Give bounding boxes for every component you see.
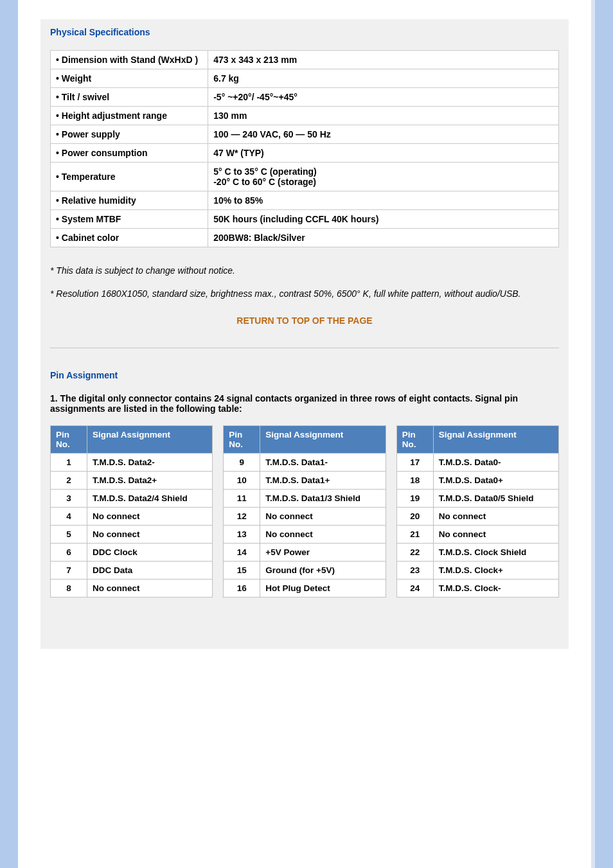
pin-no: 2 <box>51 472 87 490</box>
pin-signal: T.M.D.S. Data2- <box>87 454 213 472</box>
pin-intro-text: 1. The digital only connector contains 2… <box>50 393 559 414</box>
divider <box>50 348 559 348</box>
table-row: 10T.M.D.S. Data1+ <box>224 472 386 490</box>
table-row: 12No connect <box>224 508 386 526</box>
table-row: 7DDC Data <box>51 562 213 580</box>
table-row: • System MTBF50K hours (including CCFL 4… <box>51 210 559 229</box>
heading-physical-specifications: Physical Specifications <box>50 27 559 37</box>
pin-signal: DDC Data <box>87 562 213 580</box>
pin-no: 12 <box>224 508 260 526</box>
footnote-2: * Resolution 1680X1050, standard size, b… <box>50 288 559 299</box>
pin-signal: DDC Clock <box>87 544 213 562</box>
content-area: Physical Specifications • Dimension with… <box>40 19 569 649</box>
table-row: • Power consumption47 W* (TYP) <box>51 144 559 163</box>
pin-header-no: Pin No. <box>224 426 260 454</box>
pin-no: 18 <box>396 472 433 490</box>
table-row: 22T.M.D.S. Clock Shield <box>396 544 558 562</box>
return-to-top-link[interactable]: RETURN TO TOP OF THE PAGE <box>236 315 372 326</box>
pin-table-col1: Pin No. Signal Assignment 1T.M.D.S. Data… <box>50 425 213 598</box>
pin-signal: T.M.D.S. Data2/4 Shield <box>87 490 213 508</box>
pin-header-signal: Signal Assignment <box>87 426 213 454</box>
spec-label: • Weight <box>51 69 208 88</box>
pin-signal: No connect <box>433 526 558 544</box>
table-row: • Dimension with Stand (WxHxD )473 x 343… <box>51 51 559 69</box>
pin-no: 19 <box>396 490 433 508</box>
spec-value: 200BW8: Black/Silver <box>208 229 559 247</box>
pin-signal: T.M.D.S. Clock+ <box>433 562 558 580</box>
pin-no: 21 <box>396 526 433 544</box>
pin-header-no: Pin No. <box>396 426 433 454</box>
table-row: 19T.M.D.S. Data0/5 Shield <box>396 490 558 508</box>
table-row: 24T.M.D.S. Clock- <box>396 580 558 598</box>
spec-value: 130 mm <box>208 107 559 125</box>
spec-value: 473 x 343 x 213 mm <box>208 51 559 69</box>
spec-value: 6.7 kg <box>208 69 559 88</box>
spec-label: • Relative humidity <box>51 191 208 210</box>
spec-label: • Power supply <box>51 125 208 144</box>
pin-no: 14 <box>224 544 260 562</box>
spec-value: 10% to 85% <box>208 191 559 210</box>
pin-no: 10 <box>224 472 260 490</box>
table-row: 1T.M.D.S. Data2- <box>51 454 213 472</box>
table-row: 23T.M.D.S. Clock+ <box>396 562 558 580</box>
table-row: 5No connect <box>51 526 213 544</box>
pin-table-col2: Pin No. Signal Assignment 9T.M.D.S. Data… <box>223 425 386 598</box>
pin-tables-wrap: Pin No. Signal Assignment 1T.M.D.S. Data… <box>50 425 559 598</box>
table-row: • Power supply100 — 240 VAC, 60 — 50 Hz <box>51 125 559 144</box>
pin-signal: T.M.D.S. Data1+ <box>260 472 386 490</box>
table-row: • Relative humidity10% to 85% <box>51 191 559 210</box>
pin-no: 24 <box>396 580 433 598</box>
pin-signal: T.M.D.S. Clock Shield <box>433 544 558 562</box>
pin-no: 9 <box>224 454 260 472</box>
pin-signal: Ground (for +5V) <box>260 562 386 580</box>
table-row: 8No connect <box>51 580 213 598</box>
table-row: 15Ground (for +5V) <box>224 562 386 580</box>
pin-no: 6 <box>51 544 87 562</box>
table-row: 16Hot Plug Detect <box>224 580 386 598</box>
pin-signal: No connect <box>260 508 386 526</box>
pin-table-col3: Pin No. Signal Assignment 17T.M.D.S. Dat… <box>396 425 559 598</box>
pin-no: 20 <box>396 508 433 526</box>
pin-no: 16 <box>224 580 260 598</box>
pin-no: 17 <box>396 454 433 472</box>
pin-no: 5 <box>51 526 87 544</box>
spec-value: 5° C to 35° C (operating) -20° C to 60° … <box>208 163 559 191</box>
table-row: • Weight6.7 kg <box>51 69 559 88</box>
pin-signal: T.M.D.S. Data2+ <box>87 472 213 490</box>
pin-signal: T.M.D.S. Data0- <box>433 454 558 472</box>
spec-label: • Temperature <box>51 163 208 191</box>
pin-signal: No connect <box>87 508 213 526</box>
spec-label: • System MTBF <box>51 210 208 229</box>
footnote-1: * This data is subject to change without… <box>50 265 559 276</box>
pin-signal: No connect <box>433 508 558 526</box>
pin-signal: T.M.D.S. Clock- <box>433 580 558 598</box>
spec-label: • Height adjustment range <box>51 107 208 125</box>
pin-no: 4 <box>51 508 87 526</box>
pin-signal: No connect <box>260 526 386 544</box>
pin-no: 23 <box>396 562 433 580</box>
spec-value: 50K hours (including CCFL 40K hours) <box>208 210 559 229</box>
spec-label: • Power consumption <box>51 144 208 163</box>
pin-signal: Hot Plug Detect <box>260 580 386 598</box>
pin-no: 1 <box>51 454 87 472</box>
table-row: 3T.M.D.S. Data2/4 Shield <box>51 490 213 508</box>
pin-no: 13 <box>224 526 260 544</box>
pin-no: 22 <box>396 544 433 562</box>
pin-signal: +5V Power <box>260 544 386 562</box>
pin-signal: T.M.D.S. Data1- <box>260 454 386 472</box>
pin-no: 7 <box>51 562 87 580</box>
physical-spec-table: • Dimension with Stand (WxHxD )473 x 343… <box>50 50 559 247</box>
pin-header-signal: Signal Assignment <box>433 426 558 454</box>
heading-pin-assignment: Pin Assignment <box>50 370 559 380</box>
spec-value: -5° ~+20°/ -45°~+45° <box>208 88 559 107</box>
pin-header-signal: Signal Assignment <box>260 426 386 454</box>
spec-label: • Tilt / swivel <box>51 88 208 107</box>
table-row: 17T.M.D.S. Data0- <box>396 454 558 472</box>
table-row: 18T.M.D.S. Data0+ <box>396 472 558 490</box>
table-row: 21No connect <box>396 526 558 544</box>
pin-no: 8 <box>51 580 87 598</box>
table-row: 14+5V Power <box>224 544 386 562</box>
pin-signal: T.M.D.S. Data0+ <box>433 472 558 490</box>
table-row: • Temperature5° C to 35° C (operating) -… <box>51 163 559 191</box>
return-to-top: RETURN TO TOP OF THE PAGE <box>50 315 559 326</box>
